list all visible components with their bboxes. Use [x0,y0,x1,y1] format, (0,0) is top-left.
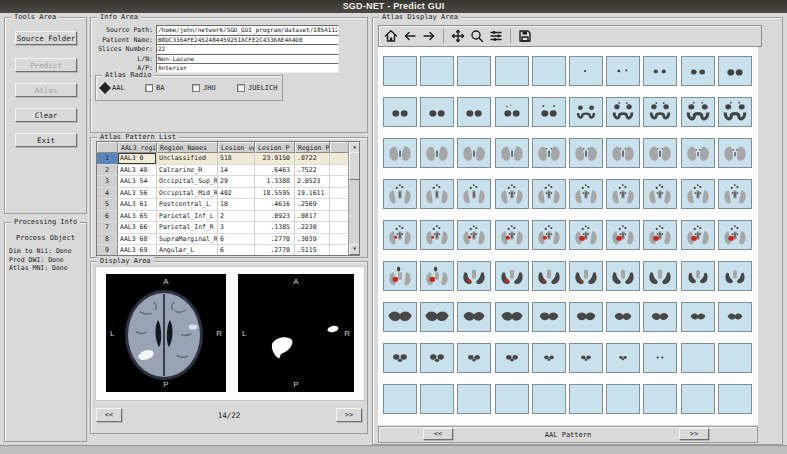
home-icon[interactable] [383,28,399,44]
scroll-down-button[interactable]: ▼ [349,244,360,255]
row-number: 9 [97,245,118,256]
exit-button[interactable]: Exit [15,133,77,147]
back-icon[interactable] [402,28,418,44]
region-id-cell: AAL3 54 [118,176,157,188]
row-number: 2 [97,165,118,177]
table-scrollbar[interactable]: ▲ ▼ [348,142,359,255]
table-row[interactable]: 2AAL3 48Calcarine_R14.6463.7522 [97,165,359,177]
atlas-tile [643,220,677,250]
radio-indicator-icon [237,84,245,92]
ap-field[interactable] [156,63,339,73]
region-percent-cell: .5115 [295,245,330,256]
predict-button[interactable]: Predict [15,58,77,72]
table-row[interactable]: 4AAL3 56Occipital_Mid_R40218.559519.1611 [97,188,359,200]
save-icon[interactable] [517,28,533,44]
scrollbar-thumb[interactable] [349,152,360,180]
radio-juelich[interactable]: JUELICH [237,83,278,93]
column-header[interactable]: Lesion P [255,142,295,153]
column-header[interactable]: Lesion vo [218,142,255,153]
atlas-tile [383,179,417,209]
atlas-tile [495,138,529,168]
column-header[interactable]: AAL3 regi [118,142,157,153]
tools-area-group: Tools Area Source FolderPredictAtlasClea… [4,17,87,214]
forward-icon[interactable] [421,28,437,44]
next-pattern-button[interactable]: >> [679,428,709,440]
region-name-cell: Parietal_Inf_L [157,211,218,223]
region-id-cell: AAL3 61 [118,199,157,211]
region-id-cell: AAL3 68 [118,234,157,246]
atlas-tile [718,384,752,414]
atlas-tile [532,261,566,291]
atlas-pattern-list-label: Atlas Pattern List [97,133,179,141]
lesion-vol-cell: 14 [218,165,255,177]
atlas-button[interactable]: Atlas [15,83,77,97]
atlas-tile [532,302,566,332]
atlas-display-area-label: Atlas Display Area [379,13,461,21]
processing-info-label: Processing Info [11,218,80,226]
slices-number-field[interactable] [156,44,339,54]
column-header[interactable] [97,142,118,153]
lesion-percent-cell: .2770 [255,234,295,246]
column-header[interactable]: Region Names [157,142,218,153]
table-row[interactable]: 5AAL3 61Postcentral_L10.4616.2569 [97,199,359,211]
ln-field[interactable] [156,54,339,64]
atlas-tile [383,261,417,291]
lesion-percent-cell: 18.5595 [255,188,295,200]
column-header[interactable]: Region Pe [295,142,330,153]
table-row[interactable]: 1AAL3 0Unclassified51823.9150.0722 [97,153,359,165]
table-row[interactable]: 8AAL3 68SupraMarginal_R6.2770.3039 [97,234,359,246]
orientation-posterior-label: P [293,380,298,389]
table-row[interactable]: 6AAL3 65Parietal_Inf_L2.0923.0817 [97,211,359,223]
radio-ba[interactable]: BA [145,83,164,93]
atlas-tile [420,220,454,250]
region-id-cell: AAL3 66 [118,222,157,234]
atlas-tile [495,261,529,291]
toolbar-separator [443,29,444,43]
atlas-tile [383,138,417,168]
row-number: 8 [97,234,118,246]
window-titlebar[interactable]: SGD-NET - Predict GUI [0,0,787,13]
atlas-tile [457,138,491,168]
region-percent-cell: 2.0523 [295,176,330,188]
atlas-tile [532,56,566,86]
process-object-title: Process Object [5,234,86,242]
source-folder-button[interactable]: Source Folder [15,31,77,45]
atlas-tile [495,384,529,414]
atlas-tile [569,138,603,168]
atlas-tile [420,179,454,209]
pan-icon[interactable] [450,28,466,44]
atlas-radio-group: Atlas Radio AALBAJHUJUELICH [95,75,283,101]
atlas-tile [606,384,640,414]
table-row[interactable]: 9AAL3 69Angular_L6.2770.5115 [97,245,359,256]
zoom-icon[interactable] [469,28,485,44]
region-name-cell: Occipital_Sup_R [157,176,218,188]
lesion-percent-cell: .2770 [255,245,295,256]
atlas-tile [420,56,454,86]
atlas-tile [606,179,640,209]
configure-subplots-icon[interactable] [488,28,504,44]
processing-status-line: Atlas MNI: Done [9,264,72,273]
region-percent-cell: .3039 [295,234,330,246]
atlas-tile [457,179,491,209]
lesion-vol-cell: 3 [218,222,255,234]
source-path-field[interactable] [156,25,339,35]
radio-aal[interactable]: AAL [101,83,125,93]
atlas-tile [718,56,752,86]
processing-status-line: Pred DWI: Done [9,256,72,265]
window-bottom-edge [0,445,787,454]
table-row[interactable]: 7AAL3 66Parietal_Inf_R3.1385.2230 [97,222,359,234]
patient-name-field[interactable] [156,35,339,45]
row-number: 7 [97,222,118,234]
next-slice-button[interactable]: >> [336,408,362,422]
atlas-tile [718,97,752,127]
clear-button[interactable]: Clear [15,108,77,122]
info-area-group: Info Area Source Path:Patient Name:Slice… [90,17,368,133]
atlas-tile [681,56,715,86]
atlas-tile [532,138,566,168]
radio-jhu[interactable]: JHU [192,83,216,93]
region-name-cell: Postcentral_L [157,199,218,211]
atlas-tile [532,220,566,250]
table-row[interactable]: 3AAL3 54Occipital_Sup_R291.33882.0523 [97,176,359,188]
region-percent-cell: 19.1611 [295,188,330,200]
atlas-tile [495,179,529,209]
